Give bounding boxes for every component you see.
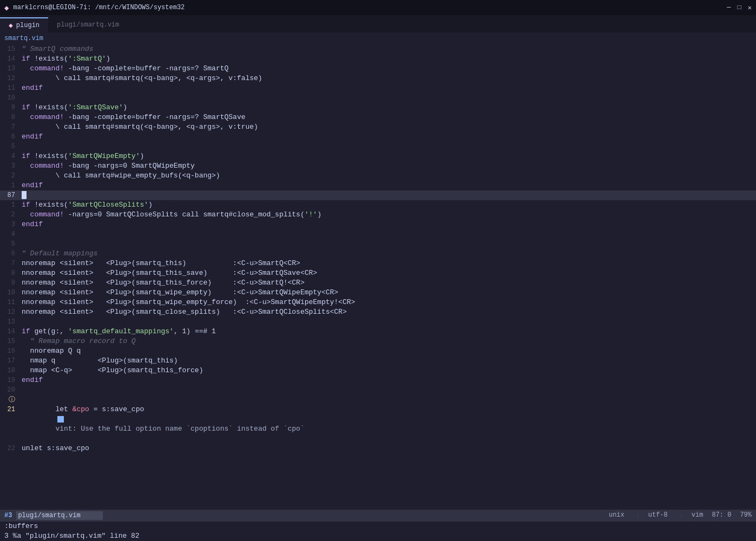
- code-line: 7 nnoremap <silent> <Plug>(smartq_this) …: [0, 259, 756, 268]
- code-line: 8 command! -bang -complete=buffer -nargs…: [0, 113, 756, 122]
- warning-line: ⓘ 21 let &cpo = s:save_cpo vint: Use the…: [0, 395, 756, 444]
- code-line: 18 nmap <C-q> <Plug>(smartq_this_force): [0, 366, 756, 375]
- tab-smartq[interactable]: plugi/smartq.vim: [48, 17, 128, 32]
- code-line: 13: [0, 317, 756, 327]
- code-line: 5: [0, 142, 756, 151]
- cmd-buffers: :buffers: [4, 522, 752, 531]
- tab-bar: ◆ plugin plugi/smartq.vim: [0, 15, 756, 32]
- code-line: 1 endif: [0, 181, 756, 190]
- code-line: 19 endif: [0, 375, 756, 385]
- file-name-bar: smartq.vim: [0, 32, 756, 44]
- status-right: unix 〈 utf-8 〈 vim 87: 0 79%: [609, 511, 752, 520]
- vim-mode: #3: [4, 512, 12, 519]
- tab-smartq-label: plugi/smartq.vim: [57, 21, 119, 29]
- code-line: 6 " Default mappings: [0, 249, 756, 259]
- code-line: 9 nnoremap <silent> <Plug>(smartq_this_f…: [0, 278, 756, 288]
- code-line: 14 if !exists(':SmartQ'): [0, 54, 756, 64]
- code-line: 11 nnoremap <silent> <Plug>(smartq_wipe_…: [0, 298, 756, 307]
- status-percent: 79%: [740, 511, 752, 520]
- editor: 15 " SmartQ commands 14 if !exists(':Sma…: [0, 44, 756, 510]
- code-container: 15 " SmartQ commands 14 if !exists(':Sma…: [0, 44, 756, 510]
- status-unix: unix: [609, 511, 624, 520]
- code-line: 9 if !exists(':SmartQSave'): [0, 103, 756, 113]
- code-line: 2 command! -nargs=0 SmartQCloseSplits ca…: [0, 210, 756, 220]
- status-file: [16, 511, 103, 520]
- status-bar: #3 unix 〈 utf-8 〈 vim 87: 0 79%: [0, 510, 756, 522]
- command-line: :buffers 3 %a "plugin/smartq.vim" line 8…: [0, 522, 756, 541]
- window-controls: ─ □ ✕: [727, 4, 752, 12]
- code-line: 22 unlet s:save_cpo: [0, 444, 756, 453]
- code-line: 14 if get(g:, 'smartq_default_mappings',…: [0, 327, 756, 337]
- status-position: 87: 0: [712, 511, 731, 520]
- code-line: 16 nnoremap Q q: [0, 346, 756, 356]
- status-file-input[interactable]: [16, 511, 103, 520]
- code-line: 4: [0, 229, 756, 239]
- minimize-button[interactable]: ─: [727, 4, 731, 12]
- code-line: 1 if !exists('SmartQCloseSplits'): [0, 200, 756, 210]
- file-name: smartq.vim: [4, 35, 43, 42]
- close-button[interactable]: ✕: [748, 4, 752, 12]
- status-chevron2: 〈: [676, 511, 683, 520]
- code-line: 13 command! -bang -complete=buffer -narg…: [0, 64, 756, 74]
- code-line: 4 if !exists('SmartQWipeEmpty'): [0, 151, 756, 161]
- tab-plugin[interactable]: ◆ plugin: [0, 17, 48, 32]
- status-chevron1: 〈: [633, 511, 640, 520]
- cmd-buf-line: 3 %a "plugin/smartq.vim" line 82: [4, 531, 752, 541]
- code-line: 5: [0, 239, 756, 249]
- cmd-buf-content: 3 %a "plugin/smartq.vim" line 82: [4, 531, 140, 541]
- code-line: 3 command! -bang -nargs=0 SmartQWipeEmpt…: [0, 161, 756, 171]
- code-line: 7 \ call smartq#smartq(<q-bang>, <q-args…: [0, 122, 756, 132]
- window-title: marklcrns@LEGION-7i: /mnt/c/WINDOWS/syst…: [13, 4, 185, 11]
- code-line: 6 endif: [0, 132, 756, 142]
- code-line: 10 nnoremap <silent> <Plug>(smartq_wipe_…: [0, 288, 756, 298]
- code-line: 15 " SmartQ commands: [0, 44, 756, 54]
- code-line: 2 \ call smartq#wipe_empty_bufs(<q-bang>…: [0, 171, 756, 181]
- cmd-buffers-label: :buffers: [4, 522, 38, 531]
- tab-plugin-icon: ◆: [9, 21, 13, 30]
- current-code-line: 87: [0, 190, 756, 200]
- status-filetype: vim: [692, 511, 704, 520]
- code-line: 17 nmap q <Plug>(smartq_this): [0, 356, 756, 366]
- code-line: 10: [0, 93, 756, 103]
- code-line: 11 endif: [0, 83, 756, 93]
- tab-plugin-label: plugin: [16, 22, 40, 29]
- code-line: 15 " Remap macro record to Q: [0, 337, 756, 346]
- code-line: 20: [0, 385, 756, 395]
- status-encoding: utf-8: [648, 511, 668, 520]
- code-line: 8 nnoremap <silent> <Plug>(smartq_this_s…: [0, 268, 756, 278]
- title-bar: ◆ marklcrns@LEGION-7i: /mnt/c/WINDOWS/sy…: [0, 0, 756, 15]
- maximize-button[interactable]: □: [738, 4, 741, 12]
- code-line: 12 \ call smartq#smartq(<q-bang>, <q-arg…: [0, 74, 756, 83]
- code-line: 12 nnoremap <silent> <Plug>(smartq_close…: [0, 307, 756, 317]
- code-line: 3 endif: [0, 220, 756, 229]
- terminal-icon: ◆: [4, 3, 9, 12]
